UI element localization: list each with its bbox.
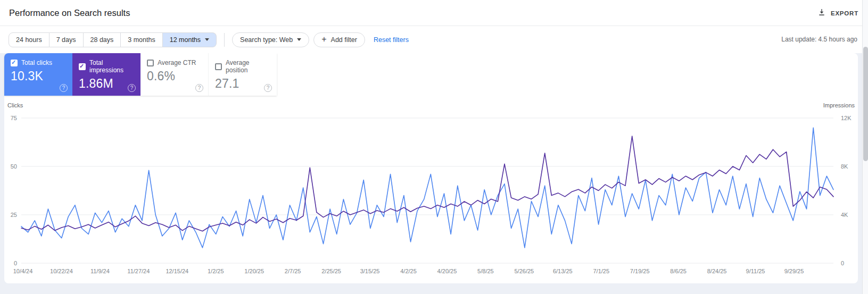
reset-filters-link[interactable]: Reset filters: [374, 36, 409, 44]
svg-text:8/24/25: 8/24/25: [707, 268, 727, 274]
svg-text:2/7/25: 2/7/25: [285, 268, 301, 274]
svg-text:4K: 4K: [841, 212, 848, 218]
metric-card-average-ctr[interactable]: Average CTR 0.6% ?: [140, 53, 209, 96]
help-icon[interactable]: ?: [60, 84, 68, 92]
help-icon[interactable]: ?: [195, 84, 203, 92]
svg-text:9/29/25: 9/29/25: [784, 268, 804, 274]
total-impressions-value: 1.86M: [79, 77, 134, 91]
date-range-group: 24 hours 7 days 28 days 3 months 12 mont…: [9, 32, 217, 47]
filter-divider: [224, 33, 225, 47]
date-range-3-months[interactable]: 3 months: [121, 32, 162, 47]
svg-text:Clicks: Clicks: [7, 102, 23, 108]
total-clicks-checkbox[interactable]: [11, 60, 18, 66]
date-range-24-hours[interactable]: 24 hours: [9, 32, 49, 47]
page-title: Performance on Search results: [9, 0, 130, 26]
svg-text:9/11/25: 9/11/25: [746, 268, 765, 274]
svg-text:4/20/25: 4/20/25: [437, 268, 457, 274]
chevron-down-icon: [205, 38, 209, 41]
search-type-label: Search type: Web: [240, 36, 293, 44]
page-header: Performance on Search results EXPORT: [0, 0, 868, 26]
date-range-12-months-selected[interactable]: 12 months: [163, 32, 217, 47]
svg-text:Impressions: Impressions: [823, 102, 855, 108]
performance-chart: 755025012K8K4K0ClicksImpressions10/4/241…: [4, 101, 858, 283]
metric-cards: Total clicks 10.3K ? Total impressions 1…: [4, 53, 277, 96]
average-position-checkbox[interactable]: [215, 63, 222, 70]
search-type-filter[interactable]: Search type: Web: [232, 32, 309, 47]
svg-text:5/8/25: 5/8/25: [477, 268, 494, 274]
svg-text:10/4/24: 10/4/24: [13, 268, 33, 274]
scrollbar-track[interactable]: [862, 0, 868, 294]
svg-text:50: 50: [11, 163, 17, 170]
svg-text:8K: 8K: [841, 163, 848, 170]
metric-card-total-impressions[interactable]: Total impressions 1.86M ?: [72, 53, 140, 96]
chart-area: 755025012K8K4K0ClicksImpressions10/4/241…: [4, 101, 858, 283]
svg-text:1/20/25: 1/20/25: [244, 268, 264, 274]
svg-text:0: 0: [841, 260, 844, 266]
svg-text:12/15/24: 12/15/24: [166, 268, 188, 274]
svg-text:75: 75: [11, 115, 17, 121]
help-icon[interactable]: ?: [128, 84, 136, 92]
help-icon[interactable]: ?: [264, 84, 272, 92]
svg-text:7/19/25: 7/19/25: [630, 268, 650, 274]
export-label: EXPORT: [831, 10, 858, 16]
metric-card-total-clicks[interactable]: Total clicks 10.3K ?: [4, 53, 72, 96]
svg-text:3/15/25: 3/15/25: [360, 268, 380, 274]
date-range-12-months-label: 12 months: [170, 36, 201, 44]
add-filter-label: Add filter: [331, 36, 357, 44]
add-filter-button[interactable]: + Add filter: [313, 32, 365, 47]
svg-text:25: 25: [11, 212, 17, 218]
export-button[interactable]: EXPORT: [817, 0, 858, 26]
date-range-28-days[interactable]: 28 days: [84, 32, 121, 47]
last-update-text: Last update: 4.5 hours ago: [781, 26, 857, 53]
average-ctr-value: 0.6%: [147, 69, 202, 83]
svg-text:4/2/25: 4/2/25: [400, 268, 417, 274]
svg-text:6/13/25: 6/13/25: [553, 268, 573, 274]
average-ctr-checkbox[interactable]: [147, 60, 154, 66]
scrollbar-thumb[interactable]: [863, 47, 868, 161]
metric-label: Total impressions: [89, 59, 134, 74]
svg-text:11/27/24: 11/27/24: [127, 268, 150, 274]
metric-label: Total clicks: [21, 59, 52, 66]
svg-text:0: 0: [14, 260, 17, 266]
metric-card-average-position[interactable]: Average position 27.1 ?: [209, 53, 277, 96]
svg-text:8/6/25: 8/6/25: [670, 268, 687, 274]
svg-text:11/9/24: 11/9/24: [90, 268, 110, 274]
download-icon: [817, 8, 826, 19]
svg-text:5/26/25: 5/26/25: [514, 268, 534, 274]
chevron-down-icon: [297, 38, 301, 41]
metric-label: Average CTR: [158, 59, 196, 66]
svg-text:10/22/24: 10/22/24: [50, 268, 73, 274]
svg-text:1/2/25: 1/2/25: [208, 268, 224, 274]
total-clicks-value: 10.3K: [11, 69, 66, 83]
plus-icon: +: [321, 35, 326, 44]
metric-label: Average position: [226, 59, 270, 74]
average-position-value: 27.1: [215, 77, 270, 91]
svg-text:12K: 12K: [841, 115, 852, 121]
svg-text:7/1/25: 7/1/25: [593, 268, 609, 274]
total-impressions-checkbox[interactable]: [79, 63, 86, 70]
filter-bar: 24 hours 7 days 28 days 3 months 12 mont…: [0, 26, 868, 53]
date-range-7-days[interactable]: 7 days: [49, 32, 84, 47]
performance-panel: Total clicks 10.3K ? Total impressions 1…: [4, 53, 858, 283]
svg-text:2/25/25: 2/25/25: [321, 268, 341, 274]
